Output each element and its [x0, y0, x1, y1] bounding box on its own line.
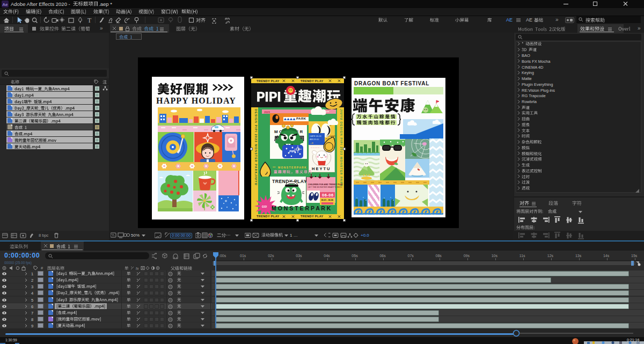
svg-text:fx: fx [136, 267, 139, 270]
svg-text:Ae: Ae [3, 2, 8, 7]
svg-text:GO!: GO! [262, 205, 267, 208]
svg-text:T: T [87, 17, 92, 24]
